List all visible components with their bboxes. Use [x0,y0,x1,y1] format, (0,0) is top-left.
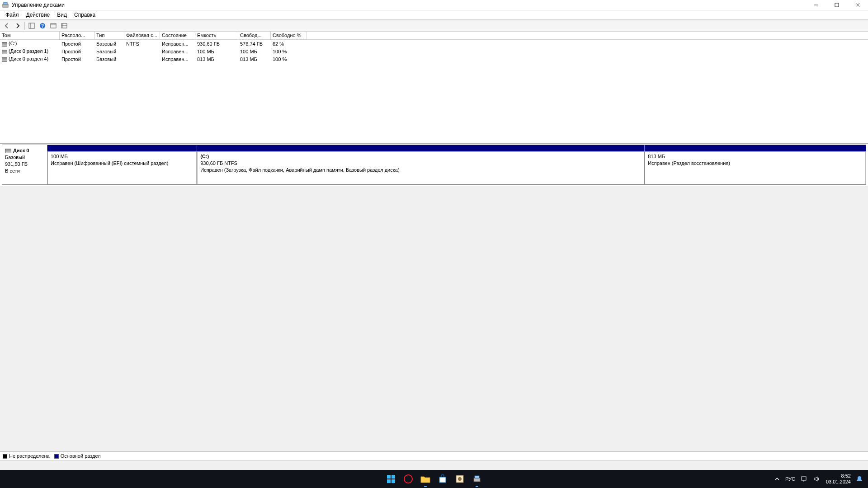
partition-label: (C:) [200,153,641,160]
menu-file[interactable]: Файл [2,11,23,19]
svg-rect-23 [474,478,480,482]
blank-area [0,186,868,451]
start-button[interactable] [385,473,397,485]
volume-list-header: Том Располо... Тип Файловая с... Состоян… [0,32,868,40]
partition[interactable]: 100 МБИсправен (Шифрованный (EFI) систем… [47,145,197,184]
partition-body: 100 МБИсправен (Шифрованный (EFI) систем… [47,151,197,184]
svg-rect-1 [4,2,7,4]
menu-help[interactable]: Справка [71,11,99,19]
notifications-icon[interactable] [856,475,863,483]
disk-type: Базовый [5,154,44,161]
cell-type: Базовый [94,56,124,62]
partition-status: Исправен (Шифрованный (EFI) системный ра… [51,160,193,167]
volume-row[interactable]: (Диск 0 раздел 4)ПростойБазовыйИсправен.… [0,55,868,63]
network-icon[interactable] [801,476,808,482]
volume-row[interactable]: (Диск 0 раздел 1)ПростойБазовыйИсправен.… [0,47,868,55]
svg-rect-20 [439,477,446,483]
cell-volume: (Диск 0 раздел 1) [0,48,60,54]
column-header-layout[interactable]: Располо... [60,32,94,39]
cell-capacity: 930,60 ГБ [195,41,238,47]
statusbar [0,460,868,470]
column-header-free[interactable]: Свобод... [238,32,271,39]
app-icon [2,1,9,9]
volume-icon [2,50,7,54]
column-header-volume[interactable]: Том [0,32,60,39]
volume-icon [2,57,7,62]
disk-map: Диск 0 Базовый 931,50 ГБ В сети 100 МБИс… [0,144,868,186]
help-button[interactable]: ? [38,21,47,31]
menubar: Файл Действие Вид Справка [0,10,868,20]
partition-status: Исправен (Загрузка, Файл подкачки, Авари… [200,167,641,174]
back-button[interactable] [2,21,12,31]
cell-type: Базовый [94,49,124,54]
disk-size: 931,50 ГБ [5,161,44,168]
partition[interactable]: 813 МБИсправен (Раздел восстановления) [645,145,866,184]
svg-rect-16 [392,475,395,479]
opera-icon[interactable] [402,473,415,485]
titlebar: Управление дисками [0,0,868,10]
cell-capacity: 813 МБ [195,56,238,62]
maximize-button[interactable] [826,0,847,10]
disk-management-window: Управление дисками Файл Действие Вид Спр… [0,0,868,470]
store-icon[interactable] [436,473,449,485]
menu-action[interactable]: Действие [23,11,54,19]
volume-row[interactable]: (C:)ПростойБазовыйNTFSИсправен...930,60 … [0,40,868,47]
cell-layout: Простой [60,56,94,62]
column-header-status[interactable]: Состояние [160,32,195,39]
cell-layout: Простой [60,41,94,47]
cell-freepct: 100 % [271,56,307,62]
svg-text:?: ? [41,23,44,28]
svg-rect-10 [51,23,56,28]
close-button[interactable] [847,0,868,10]
menu-view[interactable]: Вид [53,11,71,19]
volume-list: Том Располо... Тип Файловая с... Состоян… [0,32,868,144]
unallocated-swatch-icon [3,454,7,459]
system-tray: РУС 8:52 03.01.2024 [774,473,868,485]
column-header-filesystem[interactable]: Файловая с... [124,32,160,39]
minimize-button[interactable] [806,0,826,10]
svg-rect-18 [392,479,395,483]
column-header-freepct[interactable]: Свободно % [271,32,307,39]
column-header-type[interactable]: Тип [94,32,124,39]
svg-rect-3 [835,3,839,7]
toolbar: ? [0,20,868,32]
column-header-capacity[interactable]: Емкость [195,32,238,39]
partition-size: 100 МБ [51,153,193,160]
cell-free: 813 МБ [238,56,271,62]
cell-volume: (Диск 0 раздел 4) [0,56,60,61]
cell-capacity: 100 МБ [195,49,238,54]
partition-body: (C:)930,60 ГБ NTFSИсправен (Загрузка, Фа… [197,151,644,184]
partitions-container: 100 МБИсправен (Шифрованный (EFI) систем… [47,145,866,184]
disk-row: Диск 0 Базовый 931,50 ГБ В сети 100 МБИс… [2,145,866,185]
partition-size: 813 МБ [648,153,863,160]
svg-rect-24 [475,476,479,478]
settings-button[interactable] [48,21,58,31]
toolbar-separator [24,22,25,30]
partition-color-bar [645,145,866,151]
tray-chevron-icon[interactable] [774,476,780,482]
partition[interactable]: (C:)930,60 ГБ NTFSИсправен (Загрузка, Фа… [197,145,645,184]
show-hide-console-tree-button[interactable] [27,21,37,31]
list-view-button[interactable] [59,21,69,31]
window-title: Управление дисками [12,2,806,8]
app-icon-1[interactable] [453,473,466,485]
partition-status: Исправен (Раздел восстановления) [648,160,863,167]
tray-language[interactable]: РУС [785,476,795,482]
volume-list-body[interactable]: (C:)ПростойБазовыйNTFSИсправен...930,60 … [0,40,868,143]
volume-icon[interactable] [813,476,821,482]
partition-color-bar [197,145,644,151]
svg-point-22 [458,477,462,481]
disk-management-taskbar-icon[interactable] [471,473,483,485]
legend-unallocated: Не распределена [3,453,50,459]
taskbar-clock[interactable]: 8:52 03.01.2024 [826,473,851,485]
cell-type: Базовый [94,41,124,47]
file-explorer-icon[interactable] [419,473,432,485]
cell-volume: (C:) [0,41,60,46]
partition-color-bar [47,145,197,151]
partition-size: 930,60 ГБ NTFS [200,160,641,167]
volume-icon [2,42,7,47]
cell-freepct: 100 % [271,49,307,54]
disk-info[interactable]: Диск 0 Базовый 931,50 ГБ В сети [2,145,47,184]
forward-button[interactable] [13,21,23,31]
svg-rect-6 [29,23,34,28]
